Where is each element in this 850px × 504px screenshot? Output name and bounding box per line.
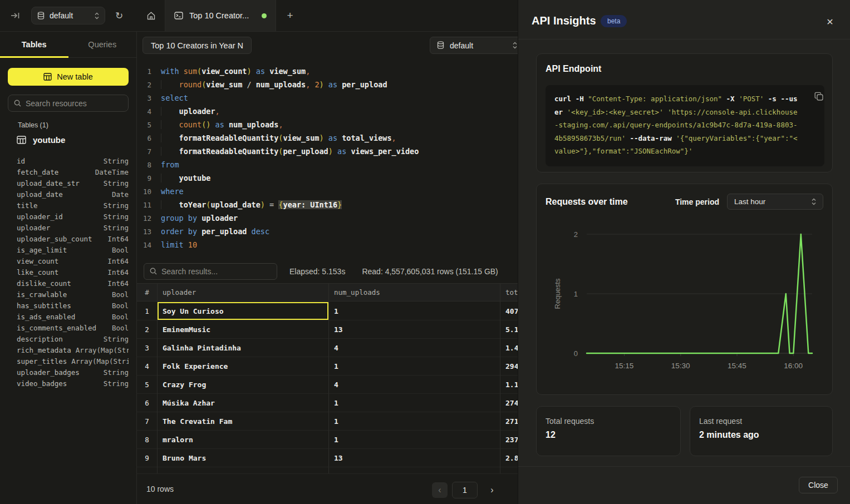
sql-line[interactable]: 6 formatReadableQuantity(view_sum) as to… xyxy=(137,131,518,145)
sql-line[interactable]: 7 formatReadableQuantity(per_upload) as … xyxy=(137,145,518,158)
cell-uploader[interactable]: mralorn xyxy=(158,431,328,448)
plus-icon: + xyxy=(287,9,293,22)
cell-num-uploads[interactable]: 4 xyxy=(329,375,500,393)
cell-uploader[interactable]: EminemMusic xyxy=(158,320,328,338)
editor-database-selector[interactable]: default xyxy=(430,37,518,54)
x-tick-label: 15:45 xyxy=(728,362,746,370)
cell-num-uploads[interactable]: 1 xyxy=(329,302,500,320)
cell-uploader[interactable]: Galinha Pintadinha xyxy=(158,339,328,357)
cell-total-views[interactable]: 1.4 xyxy=(500,339,518,357)
resources-search-input[interactable] xyxy=(26,99,122,108)
refresh-button[interactable]: ↻ xyxy=(112,8,126,23)
sql-token: as xyxy=(337,147,346,156)
sql-line[interactable]: 11 toYear(upload_date) = {year: UInt16} xyxy=(137,198,518,211)
table-row[interactable]: 1Soy Un Curioso1407 xyxy=(137,302,518,320)
cell-num-uploads[interactable]: 4 xyxy=(329,339,500,357)
sql-editor[interactable]: 1with sum(view_count) as view_sum,2 roun… xyxy=(137,65,518,251)
cell-total-views[interactable]: 237 xyxy=(500,431,518,448)
sql-code: order by per_upload desc xyxy=(161,227,269,236)
cell-total-views[interactable]: 2.8 xyxy=(500,449,518,467)
table-row[interactable]: 9Bruno Mars132.8 xyxy=(137,449,518,467)
results-search-input[interactable] xyxy=(161,267,271,276)
table-row[interactable]: 2EminemMusic135.1 xyxy=(137,320,518,339)
sidebar-tab-tables[interactable]: Tables xyxy=(0,32,68,57)
sql-line[interactable]: 12group by uploader xyxy=(137,211,518,225)
cell-uploader[interactable]: Bruno Mars xyxy=(158,449,328,467)
column-list: idStringfetch_dateDateTimeupload_date_st… xyxy=(17,155,129,389)
column-name: rich_metadata xyxy=(17,346,71,354)
topbar-database-selector[interactable]: default xyxy=(31,7,105,24)
cell-uploader[interactable]: The Crevatin Fam xyxy=(158,412,328,430)
new-table-button[interactable]: New table xyxy=(8,68,129,86)
col-header-index[interactable]: # xyxy=(137,284,157,301)
cell-num-uploads[interactable]: 1 xyxy=(329,412,500,430)
cell-total-views[interactable]: 294 xyxy=(500,357,518,375)
results-search[interactable] xyxy=(144,263,277,280)
time-period-select[interactable]: Last hour xyxy=(727,194,823,210)
sql-line[interactable]: 10where xyxy=(137,185,518,198)
cell-total-views[interactable]: 274 xyxy=(500,394,518,412)
col-header-total-views[interactable]: tot xyxy=(500,284,518,301)
sql-code: limit 10 xyxy=(161,240,197,249)
query-title-button[interactable]: Top 10 Creators in Year N xyxy=(143,37,252,54)
sql-line[interactable]: 9 youtube xyxy=(137,171,518,185)
cell-uploader[interactable]: Soy Un Curioso xyxy=(158,302,328,320)
sidebar-tab-queries[interactable]: Queries xyxy=(68,32,137,57)
cell-num-uploads[interactable]: 13 xyxy=(329,449,500,467)
sql-line[interactable]: 1with sum(view_count) as view_sum, xyxy=(137,65,518,78)
panel-close-button[interactable]: ✕ xyxy=(824,16,836,28)
table-row[interactable]: 5Crazy Frog41.1 xyxy=(137,375,518,394)
new-tab-button[interactable]: + xyxy=(276,0,304,31)
clickhouse-console-app: default ↻ Top 10 Creator... xyxy=(0,0,850,504)
table-row[interactable]: 8mralorn1237 xyxy=(137,431,518,449)
sql-token: as xyxy=(256,67,265,76)
sql-code: with sum(view_count) as view_sum, xyxy=(161,67,310,76)
cell-uploader[interactable]: Músika Azhar xyxy=(158,394,328,412)
sql-line[interactable]: 13order by per_upload desc xyxy=(137,225,518,238)
table-row[interactable]: 4Folk Experience1294 xyxy=(137,357,518,375)
home-icon xyxy=(146,11,156,21)
table-row[interactable]: 7The Crevatin Fam1271 xyxy=(137,412,518,431)
col-header-uploader[interactable]: uploader xyxy=(158,284,328,301)
line-number: 7 xyxy=(137,147,151,156)
resources-search[interactable] xyxy=(8,95,129,112)
sidebar-table-youtube[interactable]: youtube xyxy=(17,135,65,145)
sql-line[interactable]: 4 uploader, xyxy=(137,105,518,118)
results-toolbar: Elapsed: 5.153s Read: 4,557,605,031 rows… xyxy=(137,259,518,283)
home-button[interactable] xyxy=(137,0,165,31)
column-name: uploader xyxy=(17,224,50,232)
cell-uploader[interactable]: Folk Experience xyxy=(158,357,328,375)
sql-token xyxy=(161,134,179,142)
line-number: 12 xyxy=(137,214,151,223)
cell-num-uploads[interactable]: 13 xyxy=(329,320,500,338)
cell-total-views[interactable]: 407 xyxy=(500,302,518,320)
cell-total-views[interactable]: 1.1 xyxy=(500,375,518,393)
query-tab[interactable]: Top 10 Creator... xyxy=(165,0,276,31)
sql-line[interactable]: 5 count() as num_uploads, xyxy=(137,118,518,131)
line-number: 9 xyxy=(137,174,151,182)
pagination-page[interactable]: 1 xyxy=(452,482,478,498)
column-type: Int64 xyxy=(107,257,129,265)
sql-line[interactable]: 2 round(view_sum / num_uploads, 2) as pe… xyxy=(137,78,518,91)
col-header-num-uploads[interactable]: num_uploads xyxy=(329,284,500,301)
cell-num-uploads[interactable]: 1 xyxy=(329,394,500,412)
sql-token: formatReadableQuantity xyxy=(179,147,279,156)
table-row[interactable]: 6Músika Azhar1274 xyxy=(137,394,518,412)
cell-total-views[interactable]: 5.1 xyxy=(500,320,518,338)
cell-total-views[interactable]: 271 xyxy=(500,412,518,430)
cell-uploader[interactable]: Crazy Frog xyxy=(158,375,328,393)
sql-line[interactable]: 8from xyxy=(137,158,518,171)
pagination-next-button[interactable]: › xyxy=(484,482,500,498)
pagination-prev-button[interactable]: ‹ xyxy=(432,482,448,498)
cell-num-uploads[interactable]: 1 xyxy=(329,431,500,448)
close-panel-button[interactable]: Close xyxy=(799,477,838,493)
sql-token: view_count xyxy=(202,67,247,76)
column-name: video_badges xyxy=(17,379,67,388)
copy-button[interactable] xyxy=(814,91,826,102)
sql-line[interactable]: 14limit 10 xyxy=(137,238,518,251)
sql-line[interactable]: 3select xyxy=(137,91,518,105)
sidebar-collapse-button[interactable] xyxy=(9,9,22,22)
y-tick-label: 1 xyxy=(574,290,578,298)
table-row[interactable]: 3Galinha Pintadinha41.4 xyxy=(137,339,518,357)
cell-num-uploads[interactable]: 1 xyxy=(329,357,500,375)
